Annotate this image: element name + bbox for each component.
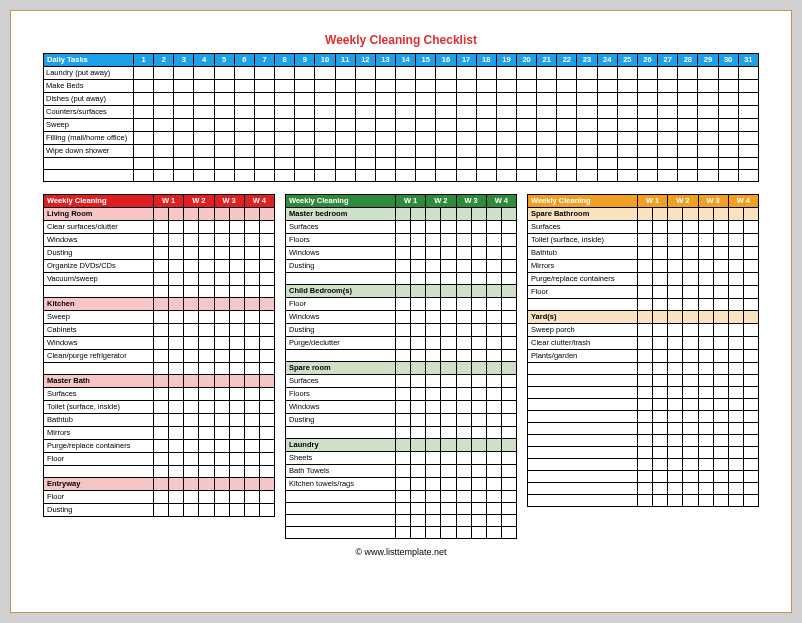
daily-cell[interactable] xyxy=(718,93,738,106)
weekly-cell[interactable] xyxy=(471,439,486,452)
weekly-cell[interactable] xyxy=(214,414,229,427)
weekly-cell[interactable] xyxy=(199,260,214,273)
daily-cell[interactable] xyxy=(738,93,758,106)
weekly-cell[interactable] xyxy=(396,388,411,401)
weekly-cell[interactable] xyxy=(154,491,169,504)
daily-cell[interactable] xyxy=(315,158,335,170)
weekly-cell[interactable] xyxy=(184,298,199,311)
weekly-cell[interactable] xyxy=(653,234,668,247)
weekly-cell[interactable] xyxy=(214,311,229,324)
weekly-cell[interactable] xyxy=(653,399,668,411)
weekly-cell[interactable] xyxy=(411,401,426,414)
weekly-cell[interactable] xyxy=(698,471,713,483)
weekly-cell[interactable] xyxy=(728,221,743,234)
weekly-cell[interactable] xyxy=(471,491,486,503)
weekly-cell[interactable] xyxy=(653,435,668,447)
weekly-cell[interactable] xyxy=(154,440,169,453)
daily-cell[interactable] xyxy=(436,106,456,119)
weekly-cell[interactable] xyxy=(501,362,516,375)
weekly-cell[interactable] xyxy=(683,311,698,324)
weekly-cell[interactable] xyxy=(713,471,728,483)
weekly-cell[interactable] xyxy=(199,427,214,440)
weekly-cell[interactable] xyxy=(184,478,199,491)
weekly-cell[interactable] xyxy=(244,221,259,234)
weekly-cell[interactable] xyxy=(426,247,441,260)
weekly-cell[interactable] xyxy=(229,388,244,401)
weekly-cell[interactable] xyxy=(396,350,411,362)
weekly-cell[interactable] xyxy=(426,311,441,324)
daily-cell[interactable] xyxy=(658,119,678,132)
daily-cell[interactable] xyxy=(456,158,476,170)
daily-cell[interactable] xyxy=(678,132,698,145)
daily-cell[interactable] xyxy=(174,170,194,182)
daily-cell[interactable] xyxy=(375,145,395,158)
daily-cell[interactable] xyxy=(738,158,758,170)
weekly-cell[interactable] xyxy=(683,399,698,411)
weekly-cell[interactable] xyxy=(728,286,743,299)
weekly-cell[interactable] xyxy=(668,435,683,447)
weekly-cell[interactable] xyxy=(501,427,516,439)
daily-cell[interactable] xyxy=(718,67,738,80)
weekly-cell[interactable] xyxy=(471,311,486,324)
daily-cell[interactable] xyxy=(234,119,254,132)
weekly-cell[interactable] xyxy=(486,298,501,311)
weekly-cell[interactable] xyxy=(244,298,259,311)
weekly-cell[interactable] xyxy=(396,503,411,515)
weekly-cell[interactable] xyxy=(426,503,441,515)
daily-cell[interactable] xyxy=(436,158,456,170)
weekly-cell[interactable] xyxy=(229,208,244,221)
weekly-cell[interactable] xyxy=(169,247,184,260)
weekly-cell[interactable] xyxy=(441,452,456,465)
daily-cell[interactable] xyxy=(537,80,557,93)
weekly-cell[interactable] xyxy=(184,466,199,478)
weekly-cell[interactable] xyxy=(743,324,758,337)
weekly-cell[interactable] xyxy=(426,375,441,388)
weekly-cell[interactable] xyxy=(214,504,229,517)
weekly-cell[interactable] xyxy=(154,350,169,363)
weekly-cell[interactable] xyxy=(471,260,486,273)
weekly-cell[interactable] xyxy=(426,362,441,375)
daily-cell[interactable] xyxy=(718,80,738,93)
weekly-cell[interactable] xyxy=(638,483,653,495)
weekly-cell[interactable] xyxy=(169,401,184,414)
daily-cell[interactable] xyxy=(355,119,375,132)
weekly-cell[interactable] xyxy=(653,447,668,459)
weekly-cell[interactable] xyxy=(199,234,214,247)
daily-cell[interactable] xyxy=(254,170,274,182)
daily-cell[interactable] xyxy=(537,132,557,145)
weekly-cell[interactable] xyxy=(668,495,683,507)
weekly-cell[interactable] xyxy=(743,483,758,495)
weekly-cell[interactable] xyxy=(169,375,184,388)
daily-cell[interactable] xyxy=(416,106,436,119)
daily-cell[interactable] xyxy=(214,132,234,145)
weekly-cell[interactable] xyxy=(244,350,259,363)
weekly-cell[interactable] xyxy=(456,491,471,503)
weekly-cell[interactable] xyxy=(456,388,471,401)
weekly-cell[interactable] xyxy=(653,471,668,483)
daily-cell[interactable] xyxy=(577,93,597,106)
daily-cell[interactable] xyxy=(516,145,536,158)
weekly-cell[interactable] xyxy=(743,299,758,311)
weekly-cell[interactable] xyxy=(169,273,184,286)
weekly-cell[interactable] xyxy=(199,491,214,504)
weekly-cell[interactable] xyxy=(698,423,713,435)
daily-cell[interactable] xyxy=(496,158,516,170)
weekly-cell[interactable] xyxy=(743,273,758,286)
weekly-cell[interactable] xyxy=(426,273,441,285)
weekly-cell[interactable] xyxy=(486,362,501,375)
weekly-cell[interactable] xyxy=(154,453,169,466)
weekly-cell[interactable] xyxy=(501,247,516,260)
weekly-cell[interactable] xyxy=(259,440,274,453)
weekly-cell[interactable] xyxy=(259,363,274,375)
weekly-cell[interactable] xyxy=(169,260,184,273)
weekly-cell[interactable] xyxy=(728,337,743,350)
weekly-cell[interactable] xyxy=(471,362,486,375)
weekly-cell[interactable] xyxy=(199,453,214,466)
weekly-cell[interactable] xyxy=(441,221,456,234)
daily-cell[interactable] xyxy=(416,145,436,158)
daily-cell[interactable] xyxy=(738,80,758,93)
daily-cell[interactable] xyxy=(375,158,395,170)
weekly-cell[interactable] xyxy=(229,504,244,517)
weekly-cell[interactable] xyxy=(653,311,668,324)
daily-cell[interactable] xyxy=(617,119,637,132)
